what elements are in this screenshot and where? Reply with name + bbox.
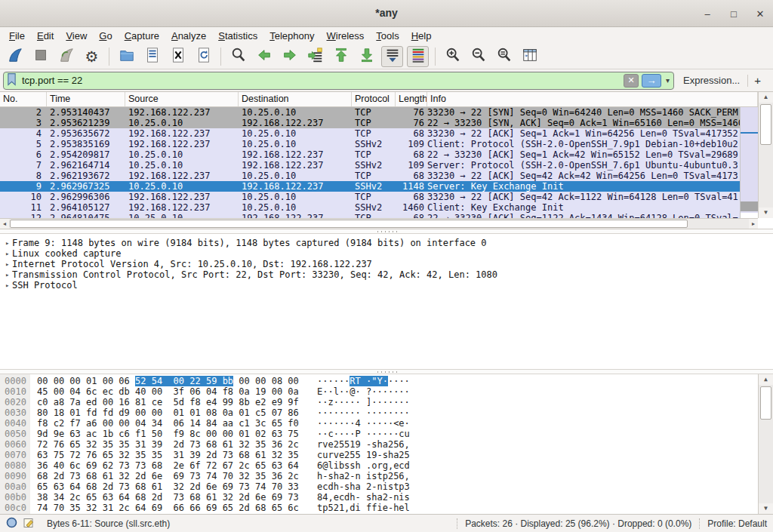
packet-row-12[interactable]: 122.96481047510.25.0.10192.168.122.237TC… [0, 213, 740, 218]
detail-linux-cooked[interactable]: ▸Linux cooked capture [0, 248, 773, 259]
packet-list-vertical-scrollbar[interactable]: ▲ ▼ [758, 92, 773, 218]
column-header-source[interactable]: Source [125, 92, 239, 106]
stop-capture-button[interactable] [29, 46, 51, 67]
hex-row-0040[interactable]: 0040f8 c2 f7 a6 00 00 04 34 06 14 84 aa … [0, 418, 773, 429]
scroll-up-arrow-icon[interactable]: ▲ [759, 374, 773, 385]
go-forward-button[interactable] [279, 46, 300, 67]
bookmark-icon[interactable] [7, 72, 17, 89]
packet-row-2[interactable]: 22.953140437192.168.122.23710.25.0.10TCP… [0, 107, 740, 118]
hex-row-00a0[interactable]: 00a065 63 64 68 2d 73 68 61 32 2d 6e 69 … [0, 481, 773, 492]
display-filter-input[interactable]: tcp.port == 22 ✕ → ▾ [3, 72, 674, 90]
menu-telephony[interactable]: Telephony [263, 29, 320, 43]
column-header-time[interactable]: Time [47, 92, 125, 106]
zoom-out-button[interactable] [467, 46, 489, 67]
expander-icon[interactable]: ▸ [0, 280, 12, 291]
zoom-out-icon [470, 47, 487, 66]
hex-row-0060[interactable]: 006072 76 65 32 35 35 31 39 2d 73 68 61 … [0, 439, 773, 450]
column-header-protocol[interactable]: Protocol [352, 92, 396, 106]
expert-info-icon[interactable] [23, 517, 35, 530]
hex-row-0010[interactable]: 001045 00 04 6c ec db 40 00 3f 06 04 f8 … [0, 386, 773, 397]
hex-row-00b0[interactable]: 00b038 34 2c 65 63 64 68 2d 73 68 61 32 … [0, 492, 773, 503]
hex-row-0070[interactable]: 007063 75 72 76 65 32 35 35 31 39 2d 73 … [0, 450, 773, 460]
open-file-button[interactable] [115, 46, 137, 67]
column-header-info[interactable]: Info [427, 92, 758, 106]
close-button[interactable]: ✕ [755, 8, 765, 20]
restart-capture-button[interactable] [55, 46, 77, 67]
packet-row-7[interactable]: 72.96216471410.25.0.10192.168.122.237SSH… [0, 160, 740, 171]
zoom-100-button[interactable] [493, 46, 515, 67]
packet-row-3[interactable]: 32.95362123910.25.0.10192.168.122.237TCP… [0, 118, 740, 128]
hex-row-0090[interactable]: 009068 2d 73 68 61 32 2d 6e 69 73 74 70 … [0, 471, 773, 481]
intelligent-scrollbar-minimap[interactable] [740, 107, 758, 218]
capture-options-button[interactable]: ⚙ [81, 46, 103, 67]
filter-clear-button[interactable]: ✕ [624, 74, 639, 88]
menu-view[interactable]: View [60, 29, 93, 43]
packet-row-5[interactable]: 52.953835169192.168.122.23710.25.0.10SSH… [0, 139, 740, 149]
hex-row-00c0[interactable]: 00c074 70 35 32 31 2c 64 69 66 66 69 65 … [0, 503, 773, 513]
column-header-no[interactable]: No. [0, 92, 47, 106]
auto-scroll-button[interactable] [381, 46, 403, 67]
hex-row-0080[interactable]: 008036 40 6c 69 62 73 73 68 2e 6f 72 67 … [0, 460, 773, 471]
vertical-scroll-thumb[interactable] [760, 104, 771, 145]
scroll-right-arrow-icon[interactable]: ▸ [749, 219, 758, 229]
start-capture-button[interactable] [4, 46, 26, 67]
scroll-left-arrow-icon[interactable]: ◂ [0, 219, 9, 229]
menu-tools[interactable]: Tools [370, 29, 405, 43]
packet-row-4[interactable]: 42.953635672192.168.122.23710.25.0.10TCP… [0, 128, 740, 139]
filter-dropdown-caret[interactable]: ▾ [664, 76, 671, 85]
scroll-down-arrow-icon[interactable]: ▼ [759, 208, 773, 218]
detail-frame[interactable]: ▸Frame 9: 1148 bytes on wire (9184 bits)… [0, 238, 773, 248]
scroll-down-arrow-icon[interactable]: ▼ [759, 503, 773, 514]
packet-row-9-selected[interactable]: 92.96296732510.25.0.10192.168.122.237SSH… [0, 181, 740, 192]
go-back-button[interactable] [253, 46, 275, 67]
scroll-up-arrow-icon[interactable]: ▲ [759, 92, 773, 103]
add-filter-button[interactable]: + [748, 74, 767, 87]
expander-icon[interactable]: ▸ [0, 259, 12, 269]
reload-file-button[interactable] [192, 46, 214, 67]
close-file-button[interactable] [167, 46, 189, 67]
menu-help[interactable]: Help [405, 29, 438, 43]
find-packet-button[interactable] [227, 46, 249, 67]
maximize-button[interactable]: □ [728, 8, 739, 20]
capture-file-properties-icon[interactable] [6, 517, 17, 530]
menu-go[interactable]: Go [93, 29, 118, 43]
packet-row-10[interactable]: 102.962996306192.168.122.23710.25.0.10TC… [0, 192, 740, 202]
hex-row-0050[interactable]: 00509d 9e 63 ac 1b c6 f1 50 f9 8c 00 00 … [0, 429, 773, 439]
expression-button[interactable]: Expression... [683, 75, 740, 86]
resize-columns-button[interactable] [519, 46, 540, 67]
packet-row-11[interactable]: 112.964105127192.168.122.23710.25.0.10SS… [0, 202, 740, 213]
detail-ssh[interactable]: ▸SSH Protocol [0, 280, 773, 291]
packet-list-horizontal-scrollbar[interactable]: ◂ ▸ [0, 218, 758, 229]
column-header-destination[interactable]: Destination [239, 92, 352, 106]
filter-value[interactable]: tcp.port == 22 [20, 75, 621, 86]
horizontal-scroll-thumb[interactable] [10, 220, 688, 228]
packet-row-6[interactable]: 62.95420981710.25.0.10192.168.122.237TCP… [0, 149, 740, 160]
expander-icon[interactable]: ▸ [0, 248, 12, 259]
expander-icon[interactable]: ▸ [0, 269, 12, 280]
column-header-length[interactable]: Length [396, 92, 427, 106]
profile-text[interactable]: Profile: Default [707, 518, 767, 529]
filter-apply-button[interactable]: → [642, 74, 661, 88]
go-last-packet-button[interactable] [356, 46, 377, 67]
expander-icon[interactable]: ▸ [0, 238, 12, 248]
detail-ip[interactable]: ▸Internet Protocol Version 4, Src: 10.25… [0, 259, 773, 269]
save-file-button[interactable] [141, 46, 163, 67]
menu-capture[interactable]: Capture [119, 29, 165, 43]
menu-file[interactable]: File [3, 29, 31, 43]
go-first-packet-button[interactable] [330, 46, 352, 67]
menu-edit[interactable]: Edit [31, 29, 60, 43]
hex-vertical-scrollbar[interactable]: ▲ ▼ [758, 374, 773, 514]
menu-analyze[interactable]: Analyze [165, 29, 212, 43]
go-to-packet-button[interactable] [304, 46, 326, 67]
detail-tcp[interactable]: ▸Transmission Control Protocol, Src Port… [0, 269, 773, 280]
vertical-scroll-thumb[interactable] [760, 386, 771, 420]
menu-statistics[interactable]: Statistics [212, 29, 263, 43]
zoom-in-button[interactable] [442, 46, 463, 67]
menu-wireless[interactable]: Wireless [321, 29, 371, 43]
packet-row-8[interactable]: 82.962193672192.168.122.23710.25.0.10TCP… [0, 171, 740, 181]
minimize-button[interactable]: – [702, 8, 713, 20]
hex-row-0020[interactable]: 0020c0 a8 7a ed 00 16 81 ce 5d f8 e4 99 … [0, 397, 773, 407]
colorize-button[interactable] [407, 46, 429, 67]
hex-row-0030[interactable]: 003080 18 01 fd fd d9 00 00 01 01 08 0a … [0, 407, 773, 418]
hex-row-0000[interactable]: 000000 00 00 01 00 06 52 54 00 22 59 bb … [0, 376, 773, 386]
